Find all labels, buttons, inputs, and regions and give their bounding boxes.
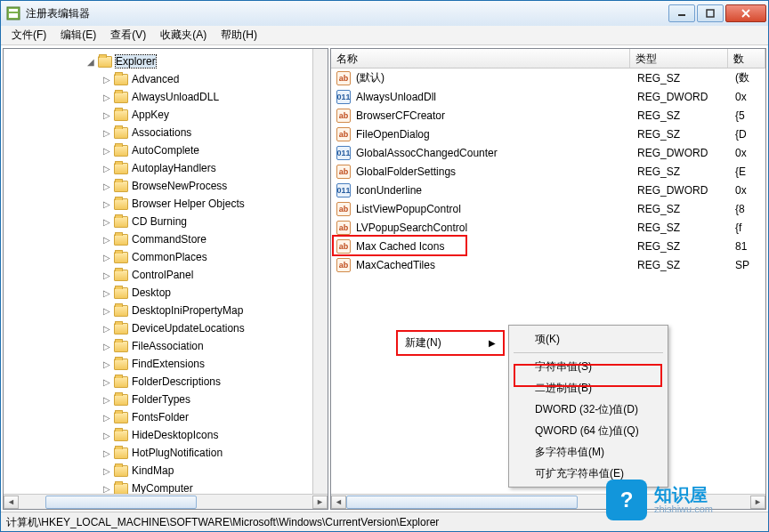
folder-icon — [114, 447, 128, 459]
ctx-string[interactable]: 字符串值(S) — [512, 356, 665, 377]
expand-icon[interactable]: ▷ — [101, 253, 112, 262]
tree-item[interactable]: ▷FileAssociation — [4, 337, 328, 355]
folder-icon — [114, 430, 128, 441]
tree-hscroll-thumb[interactable] — [45, 496, 197, 509]
tree-item[interactable]: ▷KindMap — [4, 462, 328, 480]
tree-item[interactable]: ▷FolderTypes — [4, 391, 328, 408]
expand-icon[interactable]: ▷ — [101, 484, 112, 494]
list-row[interactable]: 011AlwaysUnloadDllREG_DWORD0x — [331, 87, 765, 106]
tree-item[interactable]: ▷CD Burning — [4, 213, 328, 230]
expand-icon[interactable]: ▷ — [101, 466, 112, 476]
minimize-button[interactable] — [668, 4, 695, 22]
tree-item[interactable]: ▷FolderDescriptions — [4, 373, 328, 391]
list-row[interactable]: abMax Cached IconsREG_SZ81 — [331, 237, 765, 255]
menu-file[interactable]: 文件(F) — [4, 26, 53, 44]
expand-icon[interactable]: ▷ — [101, 75, 112, 85]
menu-help[interactable]: 帮助(H) — [214, 26, 264, 44]
list-row[interactable]: abBrowserCFCreatorREG_SZ{5 — [331, 106, 765, 125]
close-button[interactable] — [725, 4, 766, 22]
expand-icon[interactable]: ▷ — [101, 217, 112, 227]
expand-icon[interactable]: ▷ — [101, 110, 112, 120]
expand-icon[interactable]: ▷ — [101, 270, 112, 280]
tree-item[interactable]: ▷Associations — [4, 124, 328, 141]
tree-item[interactable]: ▷Browser Helper Objects — [4, 195, 328, 213]
menu-view[interactable]: 查看(V) — [103, 26, 153, 44]
col-type[interactable]: 类型 — [630, 49, 728, 68]
tree-label: CD Burning — [132, 215, 187, 228]
tree-item[interactable]: ▷Advanced — [4, 70, 328, 88]
expand-icon[interactable]: ▷ — [101, 146, 112, 156]
collapse-icon[interactable]: ◢ — [85, 57, 96, 67]
value-type: REG_SZ — [637, 222, 735, 234]
list-row[interactable]: abListViewPopupControlREG_SZ{8 — [331, 199, 765, 218]
expand-icon[interactable]: ▷ — [101, 413, 112, 423]
expand-icon[interactable]: ▷ — [101, 359, 112, 369]
value-type: REG_SZ — [637, 240, 735, 253]
expand-icon[interactable]: ▷ — [101, 164, 112, 173]
tree-item-explorer[interactable]: ◢Explorer — [4, 52, 328, 70]
tree-item[interactable]: ▷DeviceUpdateLocations — [4, 319, 328, 337]
scroll-left-icon[interactable]: ◄ — [4, 496, 19, 509]
scroll-right-icon[interactable]: ► — [750, 496, 765, 509]
ctx-expandsz[interactable]: 可扩充字符串值(E) — [512, 463, 665, 484]
ctx-binary[interactable]: 二进制值(B) — [512, 377, 665, 399]
maximize-button[interactable] — [697, 4, 724, 22]
expand-icon[interactable]: ▷ — [101, 235, 112, 245]
tree-item[interactable]: ▷AutoplayHandlers — [4, 159, 328, 177]
list-row[interactable]: ab(默认)REG_SZ(数 — [331, 69, 765, 87]
col-data[interactable]: 数 — [728, 49, 765, 68]
tree-view[interactable]: ◢Explorer▷Advanced▷AlwaysUnloadDLL▷AppKe… — [4, 49, 328, 494]
expand-icon[interactable]: ▷ — [101, 181, 112, 191]
expand-icon[interactable]: ▷ — [101, 306, 112, 316]
expand-icon[interactable]: ▷ — [101, 431, 112, 440]
list-row[interactable]: 011IconUnderlineREG_DWORD0x — [331, 181, 765, 199]
value-type: REG_SZ — [637, 109, 735, 122]
tree-hscroll[interactable]: ◄ ► — [4, 494, 328, 509]
list-row[interactable]: 011GlobalAssocChangedCounterREG_DWORD0x — [331, 143, 765, 162]
tree-item[interactable]: ▷CommandStore — [4, 230, 328, 248]
value-data: {f — [735, 222, 765, 234]
expand-icon[interactable]: ▷ — [101, 377, 112, 387]
tree-item[interactable]: ▷AutoComplete — [4, 141, 328, 159]
list-row[interactable]: abFileOpenDialogREG_SZ{D — [331, 125, 765, 143]
tree-item[interactable]: ▷CommonPlaces — [4, 248, 328, 266]
tree-item[interactable]: ▷MyComputer — [4, 480, 328, 494]
col-name[interactable]: 名称 — [331, 49, 630, 68]
expand-icon[interactable]: ▷ — [101, 128, 112, 138]
list-hscroll-thumb[interactable] — [346, 496, 578, 509]
menu-favorites[interactable]: 收藏夹(A) — [153, 26, 214, 44]
tree-item[interactable]: ▷Desktop — [4, 284, 328, 302]
scroll-left-icon[interactable]: ◄ — [331, 496, 346, 509]
expand-icon[interactable]: ▷ — [101, 324, 112, 334]
tree-item[interactable]: ▷AppKey — [4, 106, 328, 124]
tree-item[interactable]: ▷FontsFolder — [4, 408, 328, 426]
tree-item[interactable]: ▷BrowseNewProcess — [4, 177, 328, 195]
context-new-item[interactable]: 新建(N) ▶ — [396, 330, 505, 356]
folder-icon — [114, 198, 128, 210]
expand-icon[interactable]: ▷ — [101, 93, 112, 102]
expand-icon[interactable]: ▷ — [101, 342, 112, 351]
tree-item[interactable]: ▷DesktopIniPropertyMap — [4, 302, 328, 319]
tree-label: FolderDescriptions — [132, 375, 221, 388]
tree-item[interactable]: ▷HideDesktopIcons — [4, 426, 328, 444]
expand-icon[interactable]: ▷ — [101, 288, 112, 298]
list-hscroll[interactable]: ◄ ► — [331, 494, 765, 509]
ctx-qword64[interactable]: QWORD (64 位)值(Q) — [512, 420, 665, 441]
menu-edit[interactable]: 编辑(E) — [53, 26, 103, 44]
ctx-dword32[interactable]: DWORD (32-位)值(D) — [512, 399, 665, 420]
list-row[interactable]: abGlobalFolderSettingsREG_SZ{E — [331, 162, 765, 181]
expand-icon[interactable]: ▷ — [101, 448, 112, 458]
ctx-key[interactable]: 项(K) — [512, 328, 665, 350]
tree-item[interactable]: ▷HotPlugNotification — [4, 444, 328, 462]
list-row[interactable]: abLVPopupSearchControlREG_SZ{f — [331, 218, 765, 237]
expand-icon[interactable]: ▷ — [101, 199, 112, 209]
tree-item[interactable]: ▷AlwaysUnloadDLL — [4, 88, 328, 106]
list-row[interactable]: abMaxCachedTilesREG_SZSP — [331, 255, 765, 274]
expand-icon[interactable]: ▷ — [101, 395, 112, 405]
ctx-separator — [514, 352, 663, 353]
ctx-multisz[interactable]: 多字符串值(M) — [512, 441, 665, 463]
tree-vscroll[interactable] — [312, 49, 328, 494]
tree-item[interactable]: ▷ControlPanel — [4, 266, 328, 284]
scroll-right-icon[interactable]: ► — [312, 496, 328, 509]
tree-item[interactable]: ▷FindExtensions — [4, 355, 328, 373]
